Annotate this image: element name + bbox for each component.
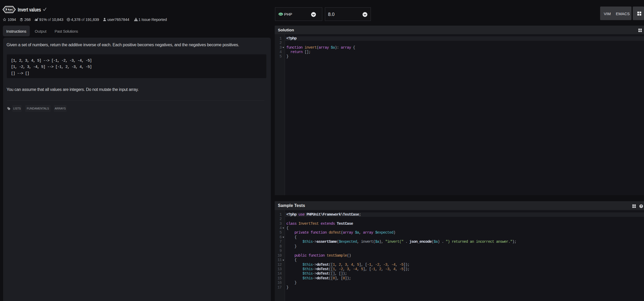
svg-text:php: php (279, 13, 282, 15)
svg-text:?: ? (640, 205, 642, 208)
